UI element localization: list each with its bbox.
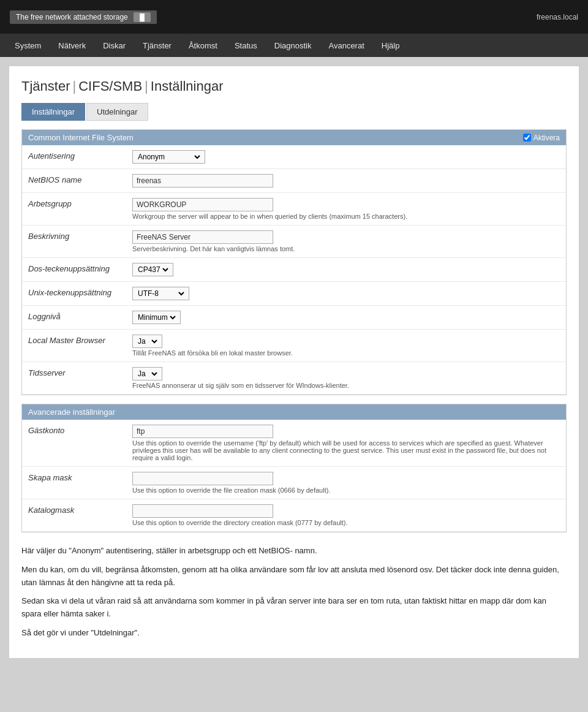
label-beskrivning: Beskrivning	[22, 225, 126, 258]
label-autentisering: Autentisering	[22, 145, 126, 169]
label-katalogmask: Katalogmask	[22, 499, 126, 532]
dos-charset-select-wrap[interactable]: CP437 CP850 UTF-8	[132, 263, 173, 276]
nav-diskar[interactable]: Diskar	[94, 36, 134, 55]
beskrivning-input[interactable]	[132, 230, 273, 244]
row-katalogmask: Katalogmask Use this option to override …	[22, 499, 566, 532]
row-gastkonto: Gästkonto Use this option to override th…	[22, 420, 566, 467]
dos-charset-select[interactable]: CP437 CP850 UTF-8	[135, 265, 170, 275]
label-netbios: NetBIOS name	[22, 169, 126, 193]
label-gastkonto: Gästkonto	[22, 420, 126, 467]
row-loggniva: Loggnivå Minimum Normal Full Debug	[22, 306, 566, 330]
nav-diagnostik[interactable]: Diagnostik	[266, 36, 320, 55]
section-advanced-header: Avancerade inställningar	[22, 404, 566, 420]
bottom-p2: Men du kan, om du vill, begränsa åtkomst…	[21, 564, 567, 589]
tab-installningar[interactable]: Inställningar	[21, 103, 85, 121]
section-cifs: Common Internet File System Aktivera Aut…	[21, 129, 567, 395]
bottom-p3: Sedan ska vi dela ut våran raid så att a…	[21, 595, 567, 621]
app-logo: The free network attached storage ▐▌	[10, 10, 157, 24]
katalogmask-input[interactable]	[132, 504, 273, 518]
row-netbios: NetBIOS name	[22, 169, 566, 193]
main-form-table: Autentisering Anonym Lokal användare Dom…	[22, 145, 566, 395]
advanced-form-table: Gästkonto Use this option to override th…	[22, 420, 566, 532]
label-arbetsgrupp: Arbetsgrupp	[22, 193, 126, 225]
bottom-p4: Så det gör vi under "Utdelningar".	[21, 627, 567, 640]
bottom-p1: Här väljer du "Anonym" autentisering, st…	[21, 545, 567, 558]
label-local-master-browser: Local Master Browser	[22, 330, 126, 362]
tidsserver-hint: FreeNAS annonserar ut sig själv som en t…	[132, 382, 560, 389]
row-unix-charset: Unix-teckenuppsättning UTF-8 ISO-8859-1 …	[22, 282, 566, 306]
arbetsgrupp-hint: Workgroup the server will appear to be i…	[132, 213, 560, 220]
nav-tjanster[interactable]: Tjänster	[134, 36, 180, 55]
tabs: Inställningar Utdelningar	[21, 103, 567, 121]
loggniva-select[interactable]: Minimum Normal Full Debug	[135, 312, 178, 322]
local-master-browser-select-wrap[interactable]: Ja Nej	[132, 335, 162, 348]
nav-atkomst[interactable]: Åtkomst	[180, 36, 226, 55]
tab-utdelningar[interactable]: Utdelningar	[86, 103, 148, 121]
nav-hjalp[interactable]: Hjälp	[373, 36, 409, 55]
row-tidsserver: Tidsserver Ja Nej FreeNAS annonserar ut …	[22, 362, 566, 395]
nav-avancerat[interactable]: Avancerat	[320, 36, 372, 55]
gastkonto-hint: Use this option to override the username…	[132, 439, 560, 461]
skapa-mask-input[interactable]	[132, 472, 273, 485]
section-cifs-header: Common Internet File System Aktivera	[22, 130, 566, 145]
bottom-text: Här väljer du "Anonym" autentisering, st…	[21, 545, 567, 640]
row-local-master-browser: Local Master Browser Ja Nej Tillåt FreeN…	[22, 330, 566, 362]
katalogmask-hint: Use this option to override the director…	[132, 519, 560, 526]
beskrivning-hint: Serverbeskrivning. Det här kan vanligtvi…	[132, 245, 560, 252]
local-master-browser-hint: Tillåt FreeNAS att försöka bli en lokal …	[132, 349, 560, 357]
autentisering-select-wrap[interactable]: Anonym Lokal användare Domän	[132, 150, 205, 164]
nav-bar: System Nätverk Diskar Tjänster Åtkomst S…	[0, 34, 588, 57]
nav-status[interactable]: Status	[226, 36, 266, 55]
nav-system[interactable]: System	[6, 36, 50, 55]
label-loggniva: Loggnivå	[22, 306, 126, 330]
row-beskrivning: Beskrivning Serverbeskrivning. Det här k…	[22, 225, 566, 258]
netbios-input[interactable]	[132, 174, 273, 187]
row-skapa-mask: Skapa mask Use this option to override t…	[22, 467, 566, 499]
gastkonto-input[interactable]	[132, 425, 273, 438]
arbetsgrupp-input[interactable]	[132, 198, 273, 211]
unix-charset-select-wrap[interactable]: UTF-8 ISO-8859-1 CP437	[132, 287, 189, 300]
loggniva-select-wrap[interactable]: Minimum Normal Full Debug	[132, 311, 181, 324]
tidsserver-select-wrap[interactable]: Ja Nej	[132, 367, 162, 381]
aktivera-checkbox[interactable]	[523, 134, 531, 142]
label-skapa-mask: Skapa mask	[22, 467, 126, 499]
skapa-mask-hint: Use this option to override the file cre…	[132, 487, 560, 494]
tidsserver-select[interactable]: Ja Nej	[135, 369, 159, 379]
label-unix-charset: Unix-teckenuppsättning	[22, 282, 126, 306]
local-master-browser-select[interactable]: Ja Nej	[135, 336, 159, 346]
row-dos-charset: Dos-teckenuppsättning CP437 CP850 UTF-8	[22, 258, 566, 282]
row-autentisering: Autentisering Anonym Lokal användare Dom…	[22, 145, 566, 169]
nav-natverk[interactable]: Nätverk	[50, 36, 94, 55]
section-advanced: Avancerade inställningar Gästkonto Use t…	[21, 404, 567, 532]
top-banner: The free network attached storage ▐▌ fre…	[0, 0, 588, 34]
unix-charset-select[interactable]: UTF-8 ISO-8859-1 CP437	[135, 289, 186, 298]
page-title: Tjänster|CIFS/SMB|Inställningar	[21, 78, 567, 94]
main-content: Tjänster|CIFS/SMB|Inställningar Inställn…	[9, 66, 579, 659]
autentisering-select[interactable]: Anonym Lokal användare Domän	[135, 152, 202, 162]
label-dos-charset: Dos-teckenuppsättning	[22, 258, 126, 282]
aktivera-checkbox-wrap[interactable]: Aktivera	[523, 134, 560, 142]
label-tidsserver: Tidsserver	[22, 362, 126, 395]
hostname: freenas.local	[537, 13, 578, 21]
row-arbetsgrupp: Arbetsgrupp Workgroup the server will ap…	[22, 193, 566, 225]
